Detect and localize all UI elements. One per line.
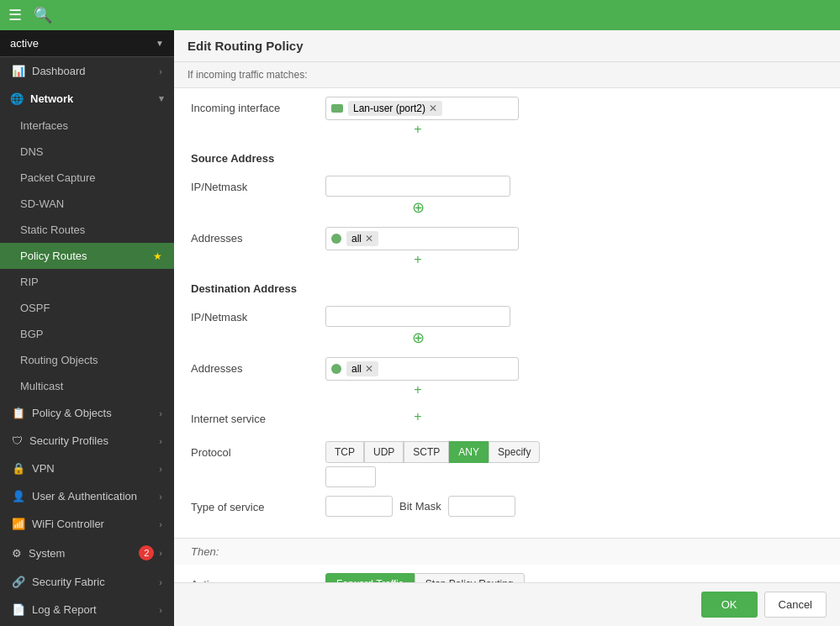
dest-addresses-add[interactable]: +: [325, 381, 510, 399]
bit-mask-input[interactable]: 0x00: [448, 496, 515, 517]
protocol-label: Protocol: [191, 441, 325, 459]
sidebar-item-system[interactable]: ⚙ System 2 ›: [0, 538, 174, 568]
incoming-interface-remove[interactable]: ✕: [429, 103, 437, 114]
internet-service-add[interactable]: +: [325, 408, 510, 426]
chevron-right-vpn-icon: ›: [159, 464, 162, 474]
sidebar-label-dashboard: Dashboard: [32, 65, 86, 77]
action-group: Forward Traffic Stop Policy Routing: [325, 573, 823, 582]
ok-button[interactable]: OK: [701, 592, 758, 618]
source-addresses-row: Addresses all ✕ +: [191, 227, 823, 269]
proto-udp-btn[interactable]: UDP: [364, 441, 404, 463]
proto-specify-btn[interactable]: Specify: [489, 441, 540, 463]
sidebar-item-user-auth[interactable]: 👤 User & Authentication ›: [0, 482, 174, 510]
sidebar-item-rip[interactable]: RIP: [0, 269, 174, 295]
chevron-right-wifi-icon: ›: [159, 519, 162, 529]
sidebar-item-security-fabric[interactable]: 🔗 Security Fabric ›: [0, 568, 174, 596]
sidebar-item-static-routes[interactable]: Static Routes: [0, 217, 174, 243]
hamburger-icon[interactable]: ☰: [8, 6, 22, 24]
sidebar-label-interfaces: Interfaces: [20, 119, 68, 132]
policy-objects-icon: 📋: [12, 407, 25, 419]
sidebar-item-log-report[interactable]: 📄 Log & Report ›: [0, 596, 174, 623]
sidebar-item-packet-capture[interactable]: Packet Capture: [0, 165, 174, 191]
interface-net-icon: [331, 104, 343, 113]
dest-ip-control: ⊕: [325, 306, 823, 349]
dest-address-header-row: Destination Address: [191, 277, 823, 302]
incoming-interface-tag: Lan-user (port2) ✕: [348, 101, 442, 116]
topbar: ☰ 🔍: [0, 0, 840, 30]
dest-ip-label: IP/Netmask: [191, 306, 325, 324]
proto-tcp-btn[interactable]: TCP: [325, 441, 364, 463]
page-header: Edit Routing Policy: [174, 30, 840, 62]
internet-service-row: Internet service +: [191, 408, 823, 433]
form-body-then: Action Forward Traffic Stop Policy Routi…: [174, 565, 840, 582]
search-icon[interactable]: 🔍: [34, 6, 52, 24]
source-address-header-row: Source Address: [191, 147, 823, 172]
action-row: Action Forward Traffic Stop Policy Routi…: [191, 573, 823, 582]
dest-addresses-label: Addresses: [191, 357, 325, 375]
security-fabric-icon: 🔗: [12, 576, 25, 588]
chevron-right-fabric-icon: ›: [159, 577, 162, 587]
wifi-icon: 📶: [12, 518, 25, 530]
sidebar-item-policy-objects[interactable]: 📋 Policy & Objects ›: [0, 399, 174, 427]
section-if-label: If incoming traffic matches:: [174, 62, 840, 88]
source-ip-add[interactable]: ⊕: [325, 197, 510, 218]
proto-any-btn[interactable]: ANY: [449, 441, 489, 463]
source-address-label: Source Address: [191, 147, 325, 165]
sidebar-label-bgp: BGP: [20, 328, 43, 340]
protocol-control: TCP UDP SCTP ANY Specify 0: [325, 441, 823, 487]
source-addresses-add[interactable]: +: [325, 250, 510, 269]
internet-service-label: Internet service: [191, 408, 325, 425]
sidebar-label-multicast: Multicast: [20, 380, 63, 392]
incoming-interface-add[interactable]: +: [325, 120, 510, 139]
chevron-right-policy-icon: ›: [159, 408, 162, 418]
action-forward-btn[interactable]: Forward Traffic: [325, 573, 415, 582]
sidebar-item-sdwan[interactable]: SD-WAN: [0, 191, 174, 217]
star-icon: ★: [153, 250, 162, 262]
page-title: Edit Routing Policy: [188, 39, 304, 53]
sidebar-label-routing-objects: Routing Objects: [20, 354, 98, 366]
dest-addr-remove[interactable]: ✕: [365, 363, 373, 375]
dest-address-tag: all ✕: [346, 361, 378, 376]
sidebar-item-dashboard[interactable]: 📊 Dashboard ›: [0, 57, 174, 85]
action-label: Action: [191, 573, 325, 582]
action-stop-btn[interactable]: Stop Policy Routing: [415, 573, 525, 582]
tos-value-input[interactable]: 0x00: [325, 496, 393, 517]
sidebar-label-policy-objects: Policy & Objects: [32, 407, 112, 419]
tos-row: Type of service 0x00 Bit Mask 0x00: [191, 496, 823, 521]
source-addr-remove[interactable]: ✕: [365, 233, 373, 245]
system-badge: 2: [139, 545, 154, 560]
dest-address-label: Destination Address: [191, 277, 325, 295]
protocol-group: TCP UDP SCTP ANY Specify: [325, 441, 823, 463]
log-report-icon: 📄: [12, 603, 25, 616]
sidebar-item-multicast[interactable]: Multicast: [0, 373, 174, 399]
sidebar-label-system: System: [29, 547, 65, 560]
chevron-right-system-icon: ›: [159, 548, 162, 558]
sidebar-label-ospf: OSPF: [20, 302, 50, 314]
footer-bar: OK Cancel: [174, 582, 840, 626]
sidebar-label-log-report: Log & Report: [32, 603, 97, 616]
form-container: If incoming traffic matches: Incoming in…: [174, 62, 840, 582]
sidebar-item-bgp[interactable]: BGP: [0, 321, 174, 347]
sidebar-item-wifi[interactable]: 📶 WiFi Controller ›: [0, 510, 174, 538]
sidebar-label-security-fabric: Security Fabric: [32, 576, 105, 588]
sidebar-item-routing-objects[interactable]: Routing Objects: [0, 347, 174, 373]
dest-ip-add[interactable]: ⊕: [325, 327, 510, 349]
dest-ip-input[interactable]: [325, 306, 510, 327]
sidebar-item-vpn[interactable]: 🔒 VPN ›: [0, 455, 174, 482]
sidebar-label-packet-capture: Packet Capture: [20, 171, 96, 184]
sidebar-item-dns[interactable]: DNS: [0, 139, 174, 165]
dest-addr-icon: [331, 364, 341, 374]
form-body-if: Incoming interface Lan-user (port2) ✕ +: [174, 88, 840, 538]
sidebar-item-security-profiles[interactable]: 🛡 Security Profiles ›: [0, 427, 174, 455]
cancel-button[interactable]: Cancel: [764, 592, 827, 618]
sidebar-item-ospf[interactable]: OSPF: [0, 295, 174, 321]
proto-sctp-btn[interactable]: SCTP: [404, 441, 449, 463]
incoming-interface-row: Incoming interface Lan-user (port2) ✕ +: [191, 97, 823, 139]
protocol-value-input[interactable]: 0: [325, 466, 376, 487]
sidebar-item-policy-routes[interactable]: Policy Routes ★: [0, 243, 174, 269]
sidebar-item-interfaces[interactable]: Interfaces: [0, 113, 174, 139]
source-ip-input[interactable]: [325, 176, 510, 197]
sidebar-item-network[interactable]: 🌐 Network ▾: [0, 85, 174, 113]
sidebar-active-header[interactable]: active ▼: [0, 30, 174, 57]
dashboard-icon: 📊: [12, 65, 25, 77]
